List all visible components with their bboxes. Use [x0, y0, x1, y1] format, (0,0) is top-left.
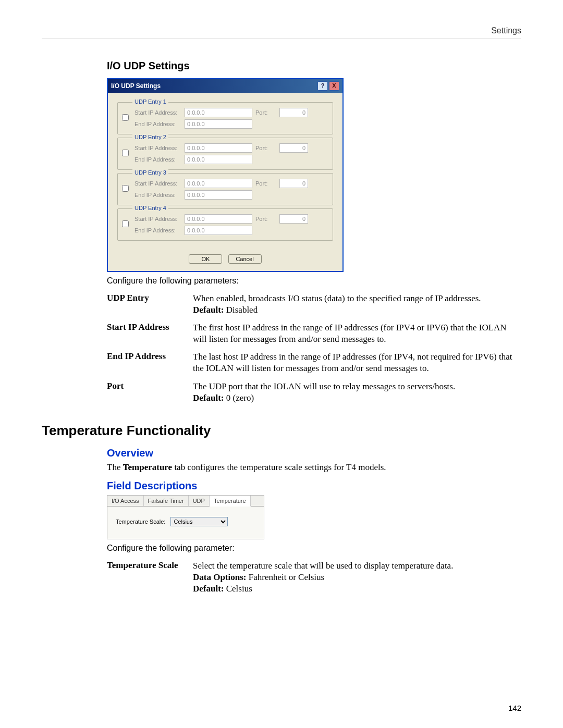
cancel-button[interactable]: Cancel [228, 254, 262, 264]
port-input[interactable] [279, 143, 308, 153]
start-ip-label: Start IP Address: [134, 109, 181, 116]
param-label: Temperature Scale [107, 557, 193, 598]
tab-temperature[interactable]: Temperature [210, 496, 251, 507]
io-udp-dialog: I/O UDP Settings ? X UDP Entry 1 Start I… [107, 78, 344, 272]
param-table-2: Temperature Scale Select the temperature… [107, 557, 521, 598]
start-ip-input[interactable] [185, 108, 252, 117]
end-ip-input[interactable] [185, 226, 252, 235]
temperature-scale-label: Temperature Scale: [116, 519, 165, 525]
start-ip-label: Start IP Address: [134, 216, 181, 222]
field-descriptions-heading: Field Descriptions [107, 480, 521, 492]
entry-2-checkbox[interactable] [122, 150, 129, 156]
port-input[interactable] [279, 108, 308, 117]
start-ip-input[interactable] [185, 179, 252, 188]
entry-legend: UDP Entry 3 [132, 169, 168, 176]
param-desc: The UDP port that the IOLAN will use to … [193, 378, 521, 407]
udp-entry-1: UDP Entry 1 Start IP Address: Port: End … [117, 102, 333, 134]
param-table-1: UDP Entry When enabled, broadcasts I/O s… [107, 290, 521, 407]
temperature-scale-select[interactable]: Celsius [170, 517, 228, 526]
end-ip-label: End IP Address: [134, 227, 181, 233]
entry-3-checkbox[interactable] [122, 185, 129, 192]
udp-entry-3: UDP Entry 3 Start IP Address: Port: End … [117, 173, 333, 205]
port-label: Port: [255, 109, 276, 116]
end-ip-label: End IP Address: [134, 156, 181, 163]
dialog-help-button[interactable]: ? [317, 81, 328, 91]
param-desc: When enabled, broadcasts I/O status (dat… [193, 290, 521, 319]
param-label: Port [107, 378, 193, 407]
param-desc: Select the temperature scale that will b… [193, 557, 521, 598]
param-label: Start IP Address [107, 319, 193, 348]
tab-strip: I/O Access Failsafe Timer UDP Temperatur… [107, 496, 264, 507]
overview-heading: Overview [107, 447, 521, 459]
param-label: End IP Address [107, 348, 193, 377]
dialog-title: I/O UDP Settings [111, 82, 161, 90]
end-ip-input[interactable] [185, 190, 252, 200]
section-io-udp-title: I/O UDP Settings [107, 60, 521, 72]
start-ip-input[interactable] [185, 143, 252, 153]
udp-entry-2: UDP Entry 2 Start IP Address: Port: End … [117, 138, 333, 170]
dialog-titlebar: I/O UDP Settings ? X [108, 79, 342, 93]
tab-io-access[interactable]: I/O Access [107, 496, 144, 506]
temperature-panel: I/O Access Failsafe Timer UDP Temperatur… [107, 495, 264, 539]
end-ip-input[interactable] [185, 119, 252, 129]
entry-4-checkbox[interactable] [122, 220, 129, 227]
configure-intro: Configure the following parameters: [107, 276, 521, 286]
end-ip-label: End IP Address: [134, 121, 181, 127]
param-desc: The first host IP address in the range o… [193, 319, 521, 348]
entry-1-checkbox[interactable] [122, 114, 129, 121]
port-input[interactable] [279, 214, 308, 224]
end-ip-input[interactable] [185, 155, 252, 164]
port-input[interactable] [279, 179, 308, 188]
ok-button[interactable]: OK [189, 254, 222, 264]
entry-legend: UDP Entry 4 [132, 205, 168, 211]
tab-udp[interactable]: UDP [189, 496, 210, 506]
param-desc: The last host IP address in the range of… [193, 348, 521, 377]
entry-legend: UDP Entry 1 [132, 98, 168, 105]
start-ip-input[interactable] [185, 214, 252, 224]
end-ip-label: End IP Address: [134, 192, 181, 198]
dialog-close-button[interactable]: X [329, 81, 339, 91]
overview-text: The Temperature tab configures the tempe… [107, 462, 521, 473]
page-number: 142 [508, 704, 521, 712]
header-divider [42, 39, 521, 39]
port-label: Port: [255, 216, 276, 222]
header-right-text: Settings [42, 26, 521, 39]
section-temperature-title: Temperature Functionality [42, 423, 521, 439]
param-label: UDP Entry [107, 290, 193, 319]
tab-failsafe-timer[interactable]: Failsafe Timer [144, 496, 189, 506]
port-label: Port: [255, 180, 276, 187]
port-label: Port: [255, 145, 276, 151]
udp-entry-4: UDP Entry 4 Start IP Address: Port: End … [117, 208, 333, 241]
configure-intro-2: Configure the following parameter: [107, 544, 521, 553]
start-ip-label: Start IP Address: [134, 145, 181, 151]
start-ip-label: Start IP Address: [134, 180, 181, 187]
entry-legend: UDP Entry 2 [132, 134, 168, 140]
